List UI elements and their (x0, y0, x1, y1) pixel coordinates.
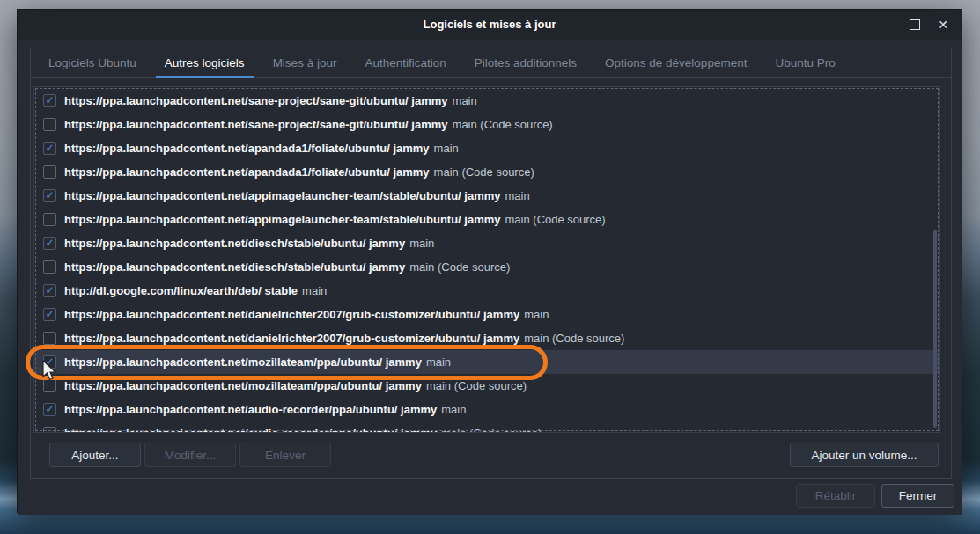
repository-row[interactable]: ✓https://ppa.launchpadcontent.net/appima… (34, 208, 939, 231)
repository-component: main (Code source) (524, 332, 624, 345)
repository-component: main (Code source) (409, 260, 510, 274)
edit-button[interactable]: Modifier... (144, 443, 236, 467)
repository-component: main (Code source) (441, 427, 542, 433)
notebook-panel: Logiciels UbuntuAutres logicielsMises à … (30, 48, 952, 479)
checkbox-checked-icon[interactable]: ✓ (43, 308, 56, 321)
dialog-footer: Rétablir Fermer (18, 479, 962, 515)
checkbox-checked-icon[interactable]: ✓ (43, 403, 56, 416)
repository-url: https://ppa.launchpadcontent.net/apandad… (64, 165, 430, 179)
repository-url: https://ppa.launchpadcontent.net/audio-r… (64, 403, 437, 416)
checkbox-checked-icon[interactable]: ✓ (43, 355, 56, 369)
tab-pilotes-additionnels[interactable]: Pilotes additionnels (461, 48, 591, 77)
repository-list[interactable]: ✓https://ppa.launchpadcontent.net/sane-p… (33, 86, 940, 433)
repository-component: main (524, 308, 549, 321)
check-mark-icon: ✓ (45, 190, 54, 201)
titlebar[interactable]: Logiciels et mises à jour – ✕ (18, 10, 962, 40)
checkbox-unchecked-icon[interactable]: ✓ (43, 260, 56, 274)
repository-row[interactable]: ✓https://ppa.launchpadcontent.net/mozill… (34, 350, 939, 374)
repository-row[interactable]: ✓https://ppa.launchpadcontent.net/audio-… (34, 398, 939, 421)
maximize-button[interactable] (902, 10, 928, 40)
repository-url: https://ppa.launchpadcontent.net/diesch/… (64, 260, 405, 274)
repository-url: https://ppa.launchpadcontent.net/audio-r… (64, 427, 437, 433)
check-mark-icon: ✓ (45, 95, 54, 106)
repository-component: main (453, 94, 477, 107)
add-button[interactable]: Ajouter... (49, 443, 141, 467)
tab-mises-jour[interactable]: Mises à jour (259, 48, 351, 77)
repository-url: https://ppa.launchpadcontent.net/danielr… (64, 308, 519, 321)
checkbox-unchecked-icon[interactable]: ✓ (43, 427, 56, 433)
minimize-button[interactable]: – (873, 10, 900, 40)
repository-url: https://ppa.launchpadcontent.net/appimag… (64, 189, 501, 202)
check-mark-icon: ✓ (45, 238, 54, 248)
repository-row[interactable]: ✓https://ppa.launchpadcontent.net/appima… (34, 184, 939, 208)
add-volume-button[interactable]: Ajouter un volume... (790, 443, 939, 467)
repository-component: main (434, 142, 459, 155)
repository-row[interactable]: ✓http://dl.google.com/linux/earth/deb/ s… (34, 279, 939, 303)
repository-component: main (Code source) (426, 379, 527, 392)
revert-button[interactable]: Rétablir (796, 484, 875, 508)
remove-button[interactable]: Enlever (239, 443, 331, 467)
repository-component: main (Code source) (434, 165, 534, 179)
software-sources-dialog: Logiciels et mises à jour – ✕ Logiciels … (17, 9, 962, 513)
repository-row[interactable]: ✓https://ppa.launchpadcontent.net/daniel… (34, 326, 939, 350)
checkbox-unchecked-icon[interactable]: ✓ (43, 332, 56, 345)
repository-row[interactable]: ✓https://ppa.launchpadcontent.net/sane-p… (34, 89, 939, 113)
checkbox-checked-icon[interactable]: ✓ (43, 237, 56, 250)
window-title: Logiciels et mises à jour (18, 10, 962, 40)
checkbox-checked-icon[interactable]: ✓ (43, 142, 56, 155)
repository-url: https://ppa.launchpadcontent.net/mozilla… (64, 379, 422, 392)
tab-logiciels-ubuntu[interactable]: Logiciels Ubuntu (34, 48, 151, 77)
vertical-scrollbar[interactable] (933, 230, 937, 428)
repository-component: main (441, 403, 466, 416)
repository-component: main (426, 355, 451, 369)
tab-autres-logiciels[interactable]: Autres logiciels (151, 48, 259, 77)
checkbox-checked-icon[interactable]: ✓ (43, 284, 56, 297)
tab-authentification[interactable]: Authentification (350, 48, 460, 77)
repository-component: main (302, 284, 327, 297)
checkbox-unchecked-icon[interactable]: ✓ (43, 118, 56, 131)
tab-options-de-d-veloppement[interactable]: Options de développement (591, 48, 761, 77)
repository-url: https://ppa.launchpadcontent.net/diesch/… (64, 237, 405, 250)
check-mark-icon: ✓ (45, 143, 54, 153)
check-mark-icon: ✓ (45, 309, 54, 319)
repository-component: main (Code source) (505, 213, 606, 226)
repository-url: https://ppa.launchpadcontent.net/mozilla… (64, 355, 422, 369)
tab-ubuntu-pro[interactable]: Ubuntu Pro (761, 48, 849, 77)
repository-url: https://ppa.launchpadcontent.net/sane-pr… (64, 118, 448, 131)
repository-url: http://dl.google.com/linux/earth/deb/ st… (64, 284, 298, 297)
close-button[interactable]: Fermer (881, 484, 954, 508)
repository-row[interactable]: ✓https://ppa.launchpadcontent.net/apanda… (34, 160, 939, 184)
repository-component: main (505, 189, 530, 202)
repository-row[interactable]: ✓https://ppa.launchpadcontent.net/apanda… (34, 136, 939, 160)
checkbox-unchecked-icon[interactable]: ✓ (43, 213, 56, 226)
tab-bar: Logiciels UbuntuAutres logicielsMises à … (31, 48, 951, 78)
repository-component: main (409, 237, 434, 250)
checkbox-checked-icon[interactable]: ✓ (43, 189, 56, 202)
repository-row[interactable]: ✓https://ppa.launchpadcontent.net/mozill… (34, 374, 939, 398)
repository-row[interactable]: ✓https://ppa.launchpadcontent.net/sane-p… (34, 113, 939, 136)
repository-row[interactable]: ✓https://ppa.launchpadcontent.net/diesch… (34, 255, 939, 279)
checkbox-unchecked-icon[interactable]: ✓ (43, 165, 56, 179)
repository-row[interactable]: ✓https://ppa.launchpadcontent.net/audio-… (34, 421, 939, 433)
check-mark-icon: ✓ (45, 404, 54, 414)
check-mark-icon: ✓ (45, 285, 54, 296)
repository-url: https://ppa.launchpadcontent.net/appimag… (64, 213, 501, 226)
repository-rows: ✓https://ppa.launchpadcontent.net/sane-p… (34, 89, 939, 433)
checkbox-unchecked-icon[interactable]: ✓ (43, 379, 56, 392)
repository-url: https://ppa.launchpadcontent.net/apandad… (64, 142, 430, 155)
repository-url: https://ppa.launchpadcontent.net/danielr… (64, 332, 519, 345)
check-mark-icon: ✓ (45, 356, 54, 367)
repository-row[interactable]: ✓https://ppa.launchpadcontent.net/diesch… (34, 231, 939, 255)
maximize-icon (910, 19, 920, 30)
repository-component: main (Code source) (453, 118, 553, 131)
close-icon[interactable]: ✕ (930, 10, 956, 40)
repository-row[interactable]: ✓https://ppa.launchpadcontent.net/daniel… (34, 303, 939, 326)
repository-url: https://ppa.launchpadcontent.net/sane-pr… (64, 94, 448, 107)
checkbox-checked-icon[interactable]: ✓ (43, 94, 56, 107)
